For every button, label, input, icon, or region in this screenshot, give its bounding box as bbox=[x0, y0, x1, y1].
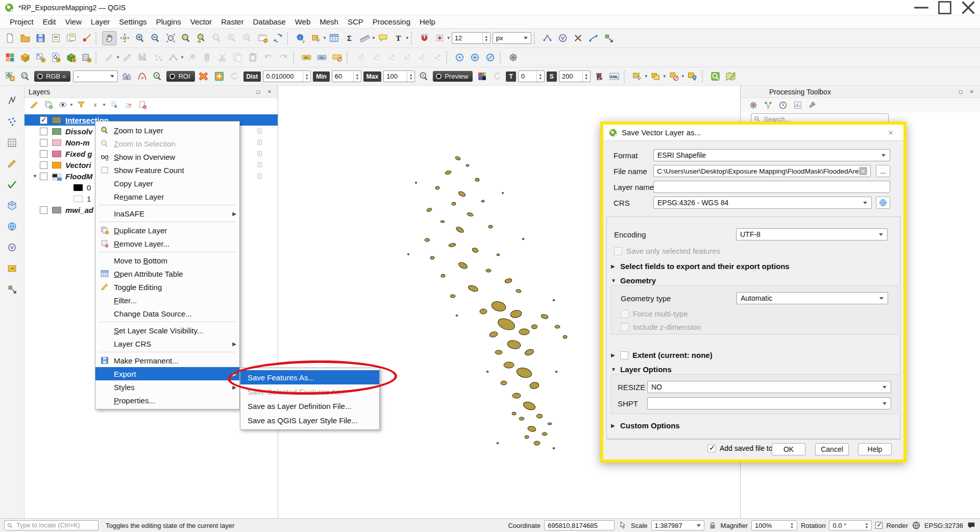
label-tool-icon-6[interactable]: a bbox=[430, 51, 444, 65]
statistical-summary-icon[interactable]: Σ bbox=[342, 31, 357, 45]
layer-visibility-checkbox[interactable] bbox=[40, 206, 47, 214]
menu-web[interactable]: Web bbox=[290, 16, 315, 27]
panel-float-icon[interactable]: ◻ bbox=[254, 88, 262, 96]
delete-part-icon[interactable] bbox=[571, 31, 585, 45]
menu-settings[interactable]: Settings bbox=[114, 16, 151, 27]
tracing-icon[interactable] bbox=[586, 31, 601, 45]
t-spinbox[interactable]: 0▲▼ bbox=[518, 70, 545, 82]
cancel-button[interactable]: Cancel bbox=[815, 443, 849, 455]
context-menu-item-make-permanent[interactable]: Make Permanent... bbox=[95, 354, 239, 367]
submenu-item-save-selected-features-as[interactable]: Save Selected Features As... bbox=[240, 384, 379, 399]
submenu-item-save-as-qgis-layer-style-file[interactable]: Save as QGIS Layer Style File... bbox=[240, 413, 379, 427]
size-spinbox[interactable]: 12▲▼ bbox=[452, 32, 491, 44]
layer-visibility-checkbox[interactable] bbox=[40, 161, 47, 169]
open-project-icon[interactable] bbox=[18, 31, 32, 45]
digitize-shape-icon[interactable] bbox=[556, 31, 570, 45]
vertex-tool-icon[interactable] bbox=[166, 51, 181, 65]
dialog-close-icon[interactable] bbox=[887, 127, 898, 138]
menu-vector[interactable]: Vector bbox=[186, 16, 217, 27]
maximize-button[interactable] bbox=[933, 0, 957, 15]
label-tool-icon-2[interactable]: a bbox=[369, 51, 383, 65]
paste-features-icon[interactable] bbox=[246, 51, 260, 65]
layer-visibility-checkbox[interactable] bbox=[40, 128, 47, 135]
context-menu-item-filter[interactable]: Filter... bbox=[95, 294, 239, 307]
select-by-rectangle-icon[interactable] bbox=[630, 69, 645, 84]
preview-undo-icon[interactable] bbox=[490, 69, 504, 84]
kml-export-icon[interactable]: KML bbox=[607, 69, 622, 84]
context-menu-item-set-layer-scale-visibility[interactable]: Set Layer Scale Visibility... bbox=[95, 324, 239, 337]
context-menu-item-properties[interactable]: Properties... bbox=[95, 394, 239, 407]
close-button[interactable] bbox=[957, 0, 980, 15]
dropdown-arrow-icon[interactable]: ▼ bbox=[180, 55, 184, 60]
modify-attributes-icon[interactable] bbox=[185, 51, 199, 65]
context-menu-item-zoom-to-selection[interactable]: Zoom to Selection bbox=[95, 137, 239, 150]
encoding-combo[interactable]: UTF-8 bbox=[736, 228, 888, 240]
shpt-combo[interactable] bbox=[647, 397, 891, 409]
zoom-next-icon[interactable] bbox=[240, 31, 254, 45]
select-crs-button[interactable] bbox=[876, 197, 890, 209]
new-geopackage-layer-icon[interactable] bbox=[64, 51, 78, 65]
rgb-block-icon[interactable] bbox=[475, 69, 489, 84]
zoom-in-icon[interactable] bbox=[133, 31, 147, 45]
menu-project[interactable]: Project bbox=[5, 16, 38, 27]
extent-section[interactable]: ▶ Extent (current: none) bbox=[611, 351, 713, 359]
preview-zoom-icon[interactable] bbox=[416, 69, 431, 84]
refresh-map-icon[interactable] bbox=[271, 31, 285, 45]
include-z-checkbox[interactable]: Include z-dimension bbox=[621, 323, 701, 331]
render-checkbox[interactable] bbox=[875, 522, 883, 529]
open-attribute-table-icon[interactable] bbox=[327, 31, 341, 45]
save-only-selected-checkbox[interactable]: Save only selected features bbox=[614, 247, 720, 255]
extent-checkbox[interactable] bbox=[620, 351, 628, 359]
zoom-full-icon[interactable] bbox=[163, 31, 178, 45]
zoom-last-icon[interactable] bbox=[225, 31, 239, 45]
layer-name-input[interactable] bbox=[653, 181, 890, 193]
zoom-to-layer-icon[interactable] bbox=[194, 31, 208, 45]
add-feature-icon[interactable] bbox=[151, 51, 165, 65]
menu-plugins[interactable]: Plugins bbox=[152, 16, 186, 27]
pan-to-selection-icon[interactable] bbox=[117, 31, 132, 45]
copy-style-icon[interactable] bbox=[667, 69, 681, 84]
s-spinbox[interactable]: 200▲▼ bbox=[559, 70, 591, 82]
messages-bubble-icon[interactable] bbox=[967, 521, 976, 530]
menu-edit[interactable]: Edit bbox=[38, 16, 61, 27]
dropdown-arrow-icon[interactable]: ▼ bbox=[372, 36, 376, 40]
layer-labeling-icon[interactable]: abc bbox=[300, 51, 314, 65]
scp-bandset-icon[interactable] bbox=[3, 69, 17, 84]
new-map-view-icon[interactable] bbox=[255, 31, 270, 45]
collapse-all-icon[interactable] bbox=[122, 99, 134, 111]
menu-scp[interactable]: SCP bbox=[343, 16, 368, 27]
roi-polygon-icon[interactable] bbox=[197, 69, 211, 84]
text-annotation-icon[interactable]: T bbox=[391, 31, 406, 45]
label-tool-icon-3[interactable]: a bbox=[384, 51, 398, 65]
context-menu-item-zoom-to-layer[interactable]: Zoom to Layer bbox=[95, 124, 239, 137]
menu-raster[interactable]: Raster bbox=[216, 16, 248, 27]
browse-button[interactable]: ... bbox=[876, 165, 890, 177]
context-menu-item-export[interactable]: Export▶ bbox=[95, 367, 239, 380]
delete-selected-icon[interactable] bbox=[200, 51, 214, 65]
ok-button[interactable]: OK bbox=[772, 443, 805, 455]
processing-history-icon[interactable] bbox=[777, 99, 789, 111]
processing-model-icon[interactable] bbox=[762, 99, 774, 111]
save-edits-icon[interactable] bbox=[136, 51, 150, 65]
points-tool-icon[interactable] bbox=[5, 114, 20, 129]
rotation-spinbox[interactable]: 0.0 °▲▼ bbox=[829, 520, 872, 530]
zoom-bookmark-icon[interactable] bbox=[708, 69, 723, 84]
layer-visibility-checkbox[interactable] bbox=[40, 139, 47, 147]
min-spinbox[interactable]: 60▲▼ bbox=[332, 70, 361, 82]
force-multi-type-checkbox[interactable]: Force multi-type bbox=[621, 309, 688, 318]
style-manager-icon[interactable] bbox=[79, 31, 93, 45]
help-button[interactable]: Help bbox=[858, 443, 892, 455]
zoom-native-icon[interactable]: 1:1 bbox=[209, 31, 224, 45]
locator-input[interactable] bbox=[15, 521, 100, 529]
labeling-options-icon[interactable] bbox=[330, 51, 345, 65]
select-features-icon[interactable] bbox=[309, 31, 323, 45]
package-tool-icon[interactable] bbox=[5, 260, 20, 276]
identify-features-icon[interactable]: i bbox=[293, 31, 308, 45]
context-menu-item-show-feature-count[interactable]: Show Feature Count bbox=[95, 163, 239, 177]
context-menu-item-remove-layer[interactable]: Remove Layer... bbox=[95, 237, 239, 250]
context-menu-item-change-data-source[interactable]: Change Data Source... bbox=[95, 307, 239, 320]
locator-box[interactable] bbox=[4, 520, 99, 530]
new-print-layout-icon[interactable] bbox=[48, 31, 63, 45]
polyline-tool-icon[interactable] bbox=[5, 93, 20, 108]
dropdown-arrow-icon[interactable]: ▼ bbox=[69, 103, 74, 107]
